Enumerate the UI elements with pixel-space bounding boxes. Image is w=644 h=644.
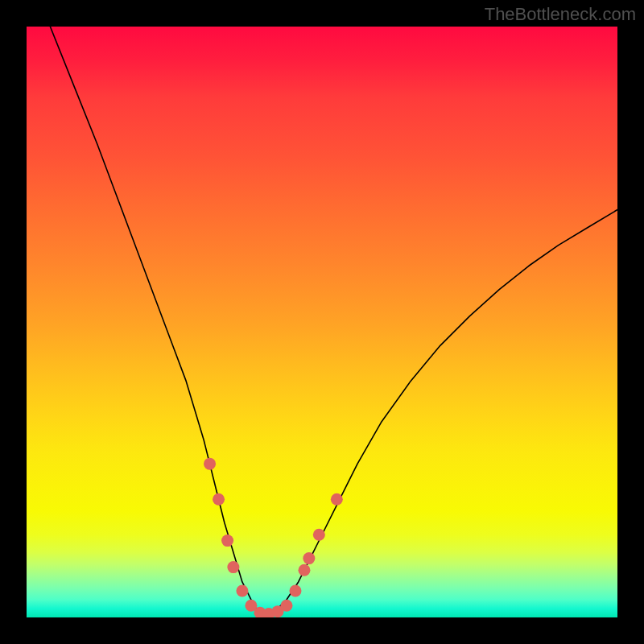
bottleneck-curve <box>50 27 617 614</box>
highlight-markers <box>204 458 343 617</box>
highlight-point <box>204 458 216 470</box>
chart-plot-area <box>27 27 617 617</box>
stage: TheBottleneck.com <box>0 0 644 644</box>
highlight-point <box>236 584 248 597</box>
highlight-point <box>303 552 315 564</box>
chart-svg <box>27 27 617 617</box>
highlight-point <box>280 600 292 612</box>
highlight-point <box>313 529 325 541</box>
highlight-point <box>331 493 343 506</box>
highlight-point <box>298 564 310 576</box>
highlight-point <box>213 493 225 506</box>
watermark-text: TheBottleneck.com <box>485 4 636 25</box>
highlight-point <box>227 561 239 573</box>
highlight-point <box>221 535 233 547</box>
highlight-point <box>289 584 301 597</box>
